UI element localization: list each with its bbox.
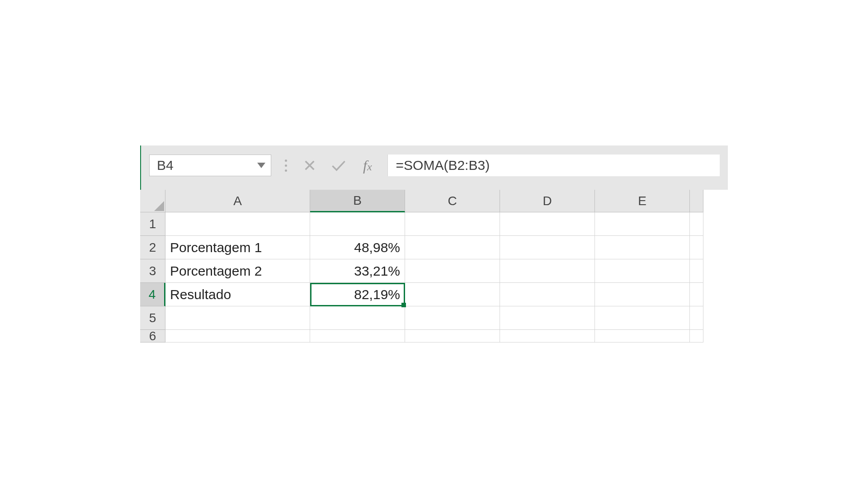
cell-b2[interactable]: 48,98%: [310, 236, 405, 259]
row-header-6[interactable]: 6: [140, 330, 165, 343]
cell-d4[interactable]: [500, 283, 595, 306]
cell-e3[interactable]: [595, 259, 690, 283]
cell-d6[interactable]: [500, 330, 595, 343]
cell-b4[interactable]: 82,19%: [310, 283, 405, 306]
formula-bar-drag-handle-icon[interactable]: [282, 160, 290, 172]
cell-a6[interactable]: [165, 330, 310, 343]
cell-b1[interactable]: [310, 212, 405, 236]
insert-function-button[interactable]: fx: [359, 157, 377, 174]
name-box[interactable]: B4: [149, 155, 271, 176]
formula-input[interactable]: =SOMA(B2:B3): [387, 155, 720, 176]
cell-c6[interactable]: [405, 330, 500, 343]
row-header-5[interactable]: 5: [140, 306, 165, 330]
cancel-formula-button[interactable]: [301, 157, 319, 174]
cell-a5[interactable]: [165, 306, 310, 330]
formula-bar-area: B4 fx =SOMA(B2:B3): [140, 145, 728, 190]
cell-a1[interactable]: [165, 212, 310, 236]
cell-a4[interactable]: Resultado: [165, 283, 310, 306]
cell-partial-5[interactable]: [690, 306, 703, 330]
cell-c1[interactable]: [405, 212, 500, 236]
chevron-down-icon[interactable]: [257, 163, 265, 168]
cell-e4[interactable]: [595, 283, 690, 306]
cell-e6[interactable]: [595, 330, 690, 343]
cell-e5[interactable]: [595, 306, 690, 330]
column-header-c[interactable]: C: [405, 190, 500, 212]
cell-d1[interactable]: [500, 212, 595, 236]
column-header-a[interactable]: A: [165, 190, 310, 212]
row-header-4[interactable]: 4: [140, 283, 165, 306]
cell-partial-6[interactable]: [690, 330, 703, 343]
cell-b5[interactable]: [310, 306, 405, 330]
column-header-d[interactable]: D: [500, 190, 595, 212]
grid-row-6: 6: [140, 330, 728, 343]
fx-icon: fx: [363, 157, 372, 174]
grid-row-3: 3 Porcentagem 2 33,21%: [140, 259, 728, 283]
cell-b6[interactable]: [310, 330, 405, 343]
cell-partial-2[interactable]: [690, 236, 703, 259]
cell-c2[interactable]: [405, 236, 500, 259]
cell-a3[interactable]: Porcentagem 2: [165, 259, 310, 283]
cell-c4[interactable]: [405, 283, 500, 306]
column-header-partial[interactable]: [690, 190, 703, 212]
cell-c3[interactable]: [405, 259, 500, 283]
cell-d2[interactable]: [500, 236, 595, 259]
row-header-3[interactable]: 3: [140, 259, 165, 283]
cell-d3[interactable]: [500, 259, 595, 283]
column-header-b[interactable]: B: [310, 190, 405, 212]
cell-partial-4[interactable]: [690, 283, 703, 306]
cell-e2[interactable]: [595, 236, 690, 259]
grid-row-5: 5: [140, 306, 728, 330]
cell-a2[interactable]: Porcentagem 1: [165, 236, 310, 259]
column-header-e[interactable]: E: [595, 190, 690, 212]
enter-formula-button[interactable]: [330, 157, 348, 174]
row-header-1[interactable]: 1: [140, 212, 165, 236]
select-all-button[interactable]: [140, 190, 165, 212]
grid-row-2: 2 Porcentagem 1 48,98%: [140, 236, 728, 259]
svg-marker-0: [257, 163, 265, 168]
cell-partial-1[interactable]: [690, 212, 703, 236]
formula-text: =SOMA(B2:B3): [396, 158, 490, 173]
cell-d5[interactable]: [500, 306, 595, 330]
spreadsheet-viewport: B4 fx =SOMA(B2:B3) A B C D E: [140, 145, 728, 343]
name-box-value: B4: [157, 158, 174, 173]
cell-e1[interactable]: [595, 212, 690, 236]
grid-wrapper: A B C D E 1 2 Porcentagem 1 48,98% 3: [140, 190, 728, 343]
cell-b3[interactable]: 33,21%: [310, 259, 405, 283]
grid-row-4: 4 Resultado 82,19%: [140, 283, 728, 306]
cell-c5[interactable]: [405, 306, 500, 330]
grid-row-1: 1: [140, 212, 728, 236]
cell-partial-3[interactable]: [690, 259, 703, 283]
column-headers-row: A B C D E: [140, 190, 728, 212]
row-header-2[interactable]: 2: [140, 236, 165, 259]
